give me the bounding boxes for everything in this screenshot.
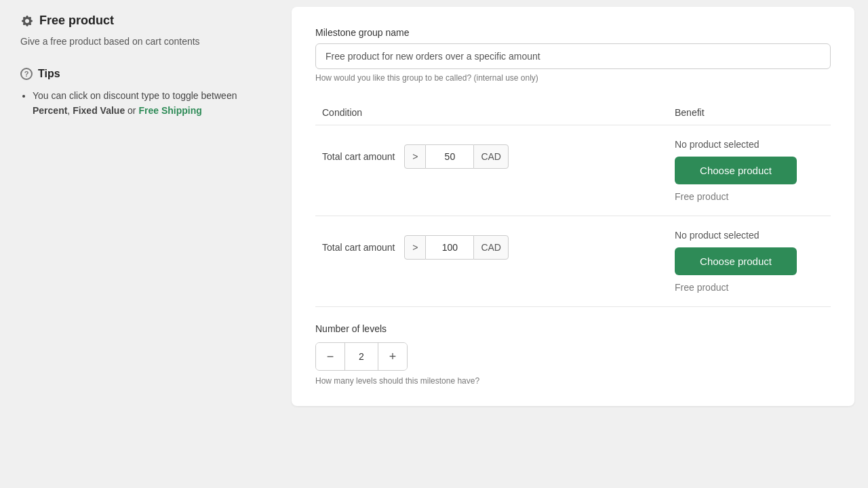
- tips-title-text: Tips: [38, 68, 60, 80]
- tip-text-before: You can click on discount type to toggle…: [33, 90, 237, 101]
- condition-cell-2: Total cart amount > CAD: [315, 230, 668, 260]
- tip-bold-percent: Percent: [33, 105, 67, 116]
- choose-product-button-1[interactable]: Choose product: [675, 157, 797, 184]
- levels-hint: How many levels should this milestone ha…: [315, 376, 831, 386]
- free-product-label-1: Free product: [675, 191, 831, 202]
- sidebar: Free product Give a free product based o…: [0, 0, 285, 488]
- amount-input-1[interactable]: [426, 144, 473, 169]
- sidebar-description: Give a free product based on cart conten…: [20, 35, 264, 49]
- levels-section: Number of levels − 2 + How many levels s…: [315, 307, 831, 386]
- benefit-cell-1: No product selected Choose product Free …: [668, 139, 831, 202]
- comparator-badge-2: >: [404, 235, 426, 260]
- tip-item: You can click on discount type to toggle…: [33, 88, 264, 119]
- benefit-column-header: Benefit: [668, 107, 831, 118]
- tip-bold-fixed: Fixed Value: [73, 105, 125, 116]
- tips-section-title: ? Tips: [20, 68, 264, 80]
- increment-button[interactable]: +: [378, 343, 407, 370]
- no-product-text-2: No product selected: [675, 230, 831, 241]
- tips-list: You can click on discount type to toggle…: [20, 88, 264, 119]
- amount-control-1: > CAD: [404, 144, 509, 169]
- free-product-label-2: Free product: [675, 282, 831, 293]
- gear-icon: [20, 14, 34, 28]
- condition-label-1: Total cart amount: [322, 151, 395, 162]
- sidebar-title: Free product: [20, 14, 264, 28]
- choose-product-button-2[interactable]: Choose product: [675, 247, 797, 275]
- sidebar-title-text: Free product: [39, 14, 114, 28]
- group-name-input[interactable]: [315, 43, 831, 69]
- group-name-hint: How would you like this group to be call…: [315, 73, 831, 83]
- tip-bold-free-shipping: Free Shipping: [138, 105, 201, 116]
- main-content: Milestone group name How would you like …: [285, 0, 868, 488]
- card: Milestone group name How would you like …: [292, 7, 854, 406]
- decrement-button[interactable]: −: [316, 343, 344, 370]
- group-name-field: Milestone group name How would you like …: [315, 27, 831, 83]
- level-row: Total cart amount > CAD No product selec…: [315, 125, 831, 216]
- group-name-label: Milestone group name: [315, 27, 831, 38]
- currency-badge-2: CAD: [473, 235, 509, 260]
- condition-cell-1: Total cart amount > CAD: [315, 139, 668, 169]
- currency-badge-1: CAD: [473, 144, 509, 169]
- condition-column-header: Condition: [315, 107, 668, 118]
- comparator-badge-1: >: [404, 144, 426, 169]
- amount-input-2[interactable]: [426, 235, 473, 260]
- tip-sep2: or: [125, 105, 138, 116]
- level-row-2: Total cart amount > CAD No product selec…: [315, 216, 831, 307]
- levels-label: Number of levels: [315, 323, 831, 334]
- levels-value: 2: [344, 343, 378, 370]
- benefit-cell-2: No product selected Choose product Free …: [668, 230, 831, 293]
- condition-label-2: Total cart amount: [322, 242, 395, 253]
- amount-control-2: > CAD: [404, 235, 509, 260]
- table-header: Condition Benefit: [315, 96, 831, 125]
- info-icon: ?: [20, 68, 33, 80]
- no-product-text-1: No product selected: [675, 139, 831, 150]
- tip-sep1: ,: [67, 105, 73, 116]
- levels-control: − 2 +: [315, 342, 408, 371]
